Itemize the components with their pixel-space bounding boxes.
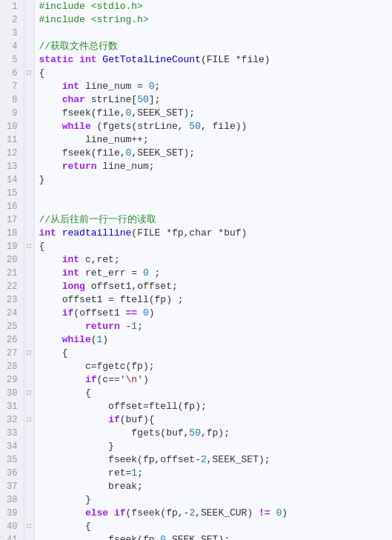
table-row: 5static int GetTotalLineCount(FILE *file… bbox=[0, 53, 392, 67]
code-content: while (fgets(strLine, 50, file)) bbox=[34, 120, 392, 133]
code-content: #include <string.h> bbox=[34, 13, 392, 27]
line-number: 21 bbox=[0, 267, 24, 280]
fold-indicator[interactable]: □ bbox=[24, 520, 34, 533]
fold-indicator[interactable]: □ bbox=[24, 347, 34, 360]
kw-token: char bbox=[39, 94, 85, 105]
code-content: ret=1; bbox=[34, 467, 392, 480]
code-content: line_num++; bbox=[34, 133, 392, 147]
fold-indicator bbox=[24, 360, 34, 373]
code-content: return line_num; bbox=[34, 160, 392, 173]
str-token: '\n' bbox=[120, 374, 143, 385]
fold-indicator bbox=[24, 400, 34, 413]
code-content: { bbox=[34, 67, 392, 80]
fold-indicator bbox=[24, 187, 34, 200]
cm-token: //从后往前一行一行的读取 bbox=[39, 214, 157, 225]
code-content: c=fgetc(fp); bbox=[34, 360, 392, 373]
num-token: 0 bbox=[126, 147, 132, 159]
line-number: 13 bbox=[0, 160, 24, 173]
code-content: //从后往前一行一行的读取 bbox=[34, 213, 392, 227]
fold-indicator bbox=[24, 507, 34, 520]
num-token: 0 bbox=[160, 534, 166, 540]
table-row: 10 while (fgets(strLine, 50, file)) bbox=[0, 120, 392, 133]
fold-indicator bbox=[24, 467, 34, 480]
line-number: 24 bbox=[0, 307, 24, 320]
code-content: { bbox=[34, 387, 392, 400]
fold-indicator[interactable]: □ bbox=[24, 413, 34, 427]
cm-token: #include <string.h> bbox=[39, 14, 149, 25]
num-token: 0 bbox=[276, 507, 282, 519]
line-number: 29 bbox=[0, 373, 24, 387]
kw-token: if bbox=[114, 507, 126, 519]
fold-indicator bbox=[24, 0, 34, 13]
table-row: 23 offset1 = ftell(fp) ; bbox=[0, 293, 392, 307]
kw-token: else bbox=[85, 507, 108, 519]
num-token: 1 bbox=[97, 334, 103, 345]
kw-token: return bbox=[85, 321, 120, 332]
cm-token: //获取文件总行数 bbox=[39, 41, 119, 52]
line-number: 1 bbox=[0, 0, 24, 13]
line-number: 5 bbox=[0, 53, 24, 67]
table-row: 13 return line_num; bbox=[0, 160, 392, 173]
table-row: 14} bbox=[0, 173, 392, 187]
num-token: 2 bbox=[201, 454, 207, 465]
line-number: 27 bbox=[0, 347, 24, 360]
fold-indicator bbox=[24, 320, 34, 333]
code-content: int line_num = 0; bbox=[34, 80, 392, 93]
table-row: 15 bbox=[0, 187, 392, 200]
code-content: fseek(fp,offset-2,SEEK_SET); bbox=[34, 453, 392, 467]
line-number: 20 bbox=[0, 253, 24, 267]
line-number: 22 bbox=[0, 280, 24, 293]
code-content: //获取文件总行数 bbox=[34, 40, 392, 53]
num-token: 50 bbox=[189, 427, 201, 439]
table-row: 22 long offset1,offset; bbox=[0, 280, 392, 293]
code-content: static int GetTotalLineCount(FILE *file) bbox=[34, 53, 392, 67]
fold-indicator bbox=[24, 307, 34, 320]
num-token: 0 bbox=[143, 267, 149, 279]
line-number: 14 bbox=[0, 173, 24, 187]
table-row: 9 fseek(file,0,SEEK_SET); bbox=[0, 107, 392, 120]
table-row: 1#include <stdio.h> bbox=[0, 0, 392, 13]
num-token: 1 bbox=[131, 321, 137, 332]
line-number: 37 bbox=[0, 480, 24, 493]
fold-indicator bbox=[24, 533, 34, 540]
table-row: 11 line_num++; bbox=[0, 133, 392, 147]
kw-token: while bbox=[62, 121, 91, 132]
table-row: 19□{ bbox=[0, 240, 392, 253]
line-number: 9 bbox=[0, 107, 24, 120]
line-number: 23 bbox=[0, 293, 24, 307]
fold-indicator bbox=[24, 107, 34, 120]
fn-token: GetTotalLineCount bbox=[102, 54, 201, 65]
line-number: 18 bbox=[0, 227, 24, 240]
table-row: 21 int ret_err = 0 ; bbox=[0, 267, 392, 280]
num-token: 50 bbox=[137, 94, 149, 105]
line-number: 19 bbox=[0, 240, 24, 253]
code-content bbox=[34, 187, 392, 200]
code-content: } bbox=[34, 440, 392, 453]
fold-indicator[interactable]: □ bbox=[24, 387, 34, 400]
fold-indicator bbox=[24, 267, 34, 280]
table-row: 26 while(1) bbox=[0, 333, 392, 347]
table-row: 37 break; bbox=[0, 480, 392, 493]
code-content bbox=[34, 27, 392, 40]
num-token: 50 bbox=[189, 121, 201, 132]
fold-indicator bbox=[24, 147, 34, 160]
code-content: { bbox=[34, 347, 392, 360]
code-content: if(buf){ bbox=[34, 413, 392, 427]
line-number: 38 bbox=[0, 493, 24, 507]
kw-token: while bbox=[62, 334, 91, 345]
code-content: int readtailline(FILE *fp,char *buf) bbox=[34, 227, 392, 240]
fold-indicator[interactable]: □ bbox=[24, 67, 34, 80]
table-row: 27□ { bbox=[0, 347, 392, 360]
table-row: 35 fseek(fp,offset-2,SEEK_SET); bbox=[0, 453, 392, 467]
code-content: long offset1,offset; bbox=[34, 280, 392, 293]
code-content: char strLine[50]; bbox=[34, 93, 392, 107]
kw-token: if bbox=[85, 374, 97, 385]
line-number: 30 bbox=[0, 387, 24, 400]
fold-indicator bbox=[24, 213, 34, 227]
line-number: 7 bbox=[0, 80, 24, 93]
code-content: int c,ret; bbox=[34, 253, 392, 267]
fold-indicator bbox=[24, 27, 34, 40]
code-content: fseek(fp,0,SEEK_SET); bbox=[34, 533, 392, 540]
code-content: else if(fseek(fp,-2,SEEK_CUR) != 0) bbox=[34, 507, 392, 520]
fold-indicator[interactable]: □ bbox=[24, 240, 34, 253]
